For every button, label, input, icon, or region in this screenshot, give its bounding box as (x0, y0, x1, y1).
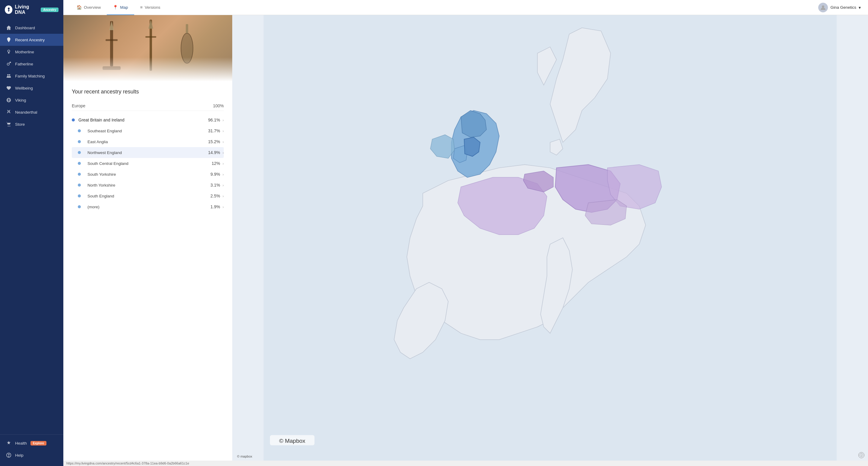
ancestry-label-main: Great Britain and Ireland (79, 118, 125, 122)
ancestry-sub-row-right: 12% › (212, 161, 224, 166)
ancestry-sub-row-right: 15.2% › (208, 139, 224, 144)
sidebar-item-recent-ancestry[interactable]: Recent Ancestry (0, 34, 63, 46)
ancestry-sub-dot (78, 129, 81, 132)
chevron-sub: › (223, 183, 224, 188)
ancestry-sub-pct: 31.7% (208, 128, 220, 133)
sidebar-nav: Dashboard Recent Ancestry Motherline Fat… (0, 19, 63, 434)
sidebar-label-wellbeing: Wellbeing (15, 86, 33, 91)
ancestry-sub-pct: 9.9% (211, 172, 220, 177)
ancestry-sub-row-left: South England (72, 194, 114, 198)
chevron-sub: › (223, 205, 224, 209)
map-visualization: © Mapbox (232, 15, 868, 461)
main-content: 🏠 Overview 📍 Map ≡ Versions Gina Genetic… (63, 0, 868, 466)
status-bar: https://my.livingdna.com/ancestry/recent… (63, 461, 868, 466)
svg-rect-27 (145, 36, 156, 38)
ancestry-sub-row-left: Northwest England (72, 151, 122, 155)
ancestry-row[interactable]: South Central England 12% › (72, 158, 224, 169)
sidebar-bottom: Health Explore Help (0, 434, 63, 466)
sidebar-label-store: Store (15, 122, 25, 127)
sidebar-label-health: Health (15, 441, 27, 445)
svg-text:© Mapbox: © Mapbox (279, 438, 305, 444)
svg-point-0 (8, 7, 10, 9)
versions-tab-icon: ≡ (140, 5, 143, 10)
ancestry-sub-label: Northwest England (88, 151, 122, 155)
ancestry-row[interactable]: North Yorkshire 3.1% › (72, 180, 224, 191)
user-chevron: ▾ (859, 5, 861, 10)
sidebar-label-fatherline: Fatherline (15, 62, 33, 66)
location-icon (6, 37, 11, 42)
tab-map[interactable]: 📍 Map (107, 0, 134, 15)
svg-marker-22 (109, 21, 114, 30)
ancestry-sub-row-left: Southeast England (72, 129, 122, 133)
help-icon (6, 453, 11, 458)
sidebar-item-fatherline[interactable]: Fatherline (0, 58, 63, 70)
sidebar-item-help[interactable]: Help (0, 449, 63, 461)
svg-point-9 (7, 74, 9, 76)
ancestry-row[interactable]: Southeast England 31.7% › (72, 125, 224, 136)
sidebar-item-viking[interactable]: Viking (0, 94, 63, 106)
status-url: https://my.livingdna.com/ancestry/recent… (66, 462, 189, 465)
ancestry-row[interactable]: East Anglia 15.2% › (72, 136, 224, 147)
ancestry-sub-row-left: South Central England (72, 161, 128, 166)
ancestry-sub-dot (78, 184, 81, 187)
home-icon (6, 25, 11, 30)
sidebar-logo[interactable]: Living DNA Ancestry (0, 0, 63, 19)
brand-name: Living DNA (15, 4, 38, 15)
hero-image (63, 15, 232, 81)
sidebar-label-dashboard: Dashboard (15, 26, 35, 30)
chevron-sub: › (223, 161, 224, 166)
sidebar-item-motherline[interactable]: Motherline (0, 46, 63, 58)
content-area: Your recent ancestry results Europe 100%… (63, 15, 868, 461)
ancestry-row-main[interactable]: Great Britain and Ireland 96.1% › (72, 114, 224, 125)
sidebar-label-neanderthal: Neanderthal (15, 110, 37, 114)
sidebar-item-store[interactable]: Store (0, 118, 63, 130)
hero-overlay (63, 57, 232, 81)
ancestry-row[interactable]: South England 2.5% › (72, 191, 224, 201)
heart-icon (6, 85, 11, 91)
ancestry-sub-pct: 1.9% (211, 204, 220, 209)
cart-icon (6, 122, 11, 127)
ancestry-row-main-left: Great Britain and Ireland (72, 118, 125, 122)
ancestry-row[interactable]: (more) 1.9% › (72, 201, 224, 212)
ancestry-sub-row-right: 3.1% › (211, 182, 224, 188)
ancestry-sub-row-right: 2.5% › (211, 194, 224, 198)
ancestry-sub-label: (more) (88, 205, 99, 209)
ancestry-sub-row-left: East Anglia (72, 139, 108, 144)
ancestry-sub-items: Southeast England 31.7% › East Anglia 15… (72, 125, 224, 212)
user-menu[interactable]: Gina Genetics ▾ (818, 3, 861, 12)
map-info-button[interactable]: ⓘ (858, 452, 864, 458)
ancestry-sub-dot (78, 194, 81, 197)
sidebar-item-dashboard[interactable]: Dashboard (0, 22, 63, 34)
chevron-sub: › (223, 151, 224, 155)
sidebar-item-neanderthal[interactable]: Neanderthal (0, 106, 63, 118)
left-panel: Your recent ancestry results Europe 100%… (63, 15, 232, 461)
map-tab-icon: 📍 (113, 5, 118, 10)
ancestry-sub-dot (78, 173, 81, 176)
family-icon (6, 73, 11, 79)
ancestry-sub-row-right: 31.7% › (208, 128, 224, 133)
svg-point-19 (8, 456, 9, 457)
nav-tabs: 🏠 Overview 📍 Map ≡ Versions (70, 0, 818, 15)
ancestry-row[interactable]: South Yorkshire 9.9% › (72, 169, 224, 180)
user-name: Gina Genetics (830, 5, 856, 10)
sidebar-label-help: Help (15, 453, 24, 458)
ancestry-pct-main: 96.1% (208, 118, 220, 122)
ancestry-row[interactable]: Northwest England 14.9% › (72, 147, 224, 158)
chevron-sub: › (223, 139, 224, 144)
ancestry-sub-label: South Yorkshire (88, 172, 116, 177)
sidebar-item-health[interactable]: Health Explore (0, 437, 63, 449)
sidebar-item-family-matching[interactable]: Family Matching (0, 70, 63, 82)
tab-versions[interactable]: ≡ Versions (134, 0, 166, 15)
chevron-sub: › (223, 172, 224, 177)
mapbox-logo: © mapbox (237, 455, 252, 458)
ancestry-sub-label: South Central England (88, 161, 128, 166)
ancestry-sub-row-right: 14.9% › (208, 150, 224, 155)
ancestry-sub-row-left: South Yorkshire (72, 172, 116, 177)
sidebar-item-wellbeing[interactable]: Wellbeing (0, 82, 63, 94)
svg-point-17 (9, 126, 10, 127)
tab-overview[interactable]: 🏠 Overview (70, 0, 107, 15)
region-percentage: 100% (213, 103, 224, 108)
user-avatar (818, 3, 828, 12)
svg-point-10 (9, 74, 10, 76)
results-section: Your recent ancestry results Europe 100%… (63, 81, 232, 220)
